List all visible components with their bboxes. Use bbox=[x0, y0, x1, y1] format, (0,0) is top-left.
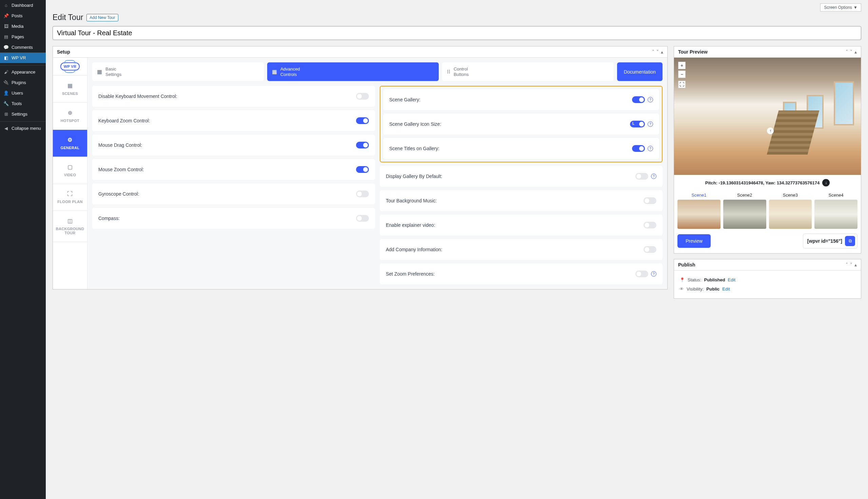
tab-icon: ▢ bbox=[55, 164, 85, 170]
panel-move-down-icon[interactable]: ˅ bbox=[657, 49, 659, 54]
panel-move-down-icon[interactable]: ˅ bbox=[850, 49, 852, 54]
tab-icon: ▦ bbox=[97, 69, 102, 75]
vtab-video[interactable]: ▢VIDEO bbox=[53, 157, 87, 184]
menu-icon: 🖌 bbox=[3, 70, 9, 75]
panel-move-down-icon[interactable]: ˅ bbox=[850, 262, 852, 267]
toggle-switch[interactable] bbox=[356, 142, 369, 148]
tour-title-input[interactable] bbox=[52, 26, 861, 40]
sidebar-item-dashboard[interactable]: ⌂Dashboard bbox=[0, 0, 46, 11]
toggle-switch[interactable] bbox=[644, 246, 657, 253]
control-row: Tour Background Music: bbox=[380, 190, 662, 211]
tab-icon: ▦ bbox=[55, 82, 85, 89]
menu-icon: ◀ bbox=[3, 126, 9, 131]
vtab-floor-plan[interactable]: ⛶FLOOR PLAN bbox=[53, 184, 87, 211]
add-new-tour-button[interactable]: Add New Tour bbox=[86, 14, 118, 21]
toggle-switch[interactable] bbox=[644, 222, 657, 229]
panel-move-up-icon[interactable]: ˄ bbox=[652, 49, 655, 54]
size-toggle[interactable]: L bbox=[630, 121, 645, 127]
info-icon[interactable]: ? bbox=[648, 146, 653, 151]
control-label: Scene Titles on Gallery: bbox=[389, 146, 632, 151]
sidebar-item-comments[interactable]: 💬Comments bbox=[0, 42, 46, 52]
thumb-label: Scene3 bbox=[769, 191, 812, 200]
toggle-switch[interactable] bbox=[632, 96, 645, 103]
control-label: Keyboard Zoom Control: bbox=[98, 118, 356, 123]
htab-basic-settings[interactable]: ▦BasicSettings bbox=[92, 62, 264, 81]
screen-options-button[interactable]: Screen Options ▼ bbox=[820, 3, 861, 12]
chevron-down-icon: ▼ bbox=[853, 5, 857, 10]
sidebar-item-plugins[interactable]: 🔌Plugins bbox=[0, 77, 46, 88]
edit-visibility-link[interactable]: Edit bbox=[722, 287, 730, 292]
menu-icon: ⌂ bbox=[3, 3, 9, 8]
toggle-switch[interactable] bbox=[356, 215, 369, 222]
download-coords-button[interactable]: ↓ bbox=[822, 179, 830, 186]
control-label: Add Company Information: bbox=[386, 247, 644, 252]
menu-icon: ⊞ bbox=[3, 111, 9, 117]
thumb-image bbox=[723, 200, 766, 229]
menu-icon: 🔌 bbox=[3, 80, 9, 85]
htab-control-buttons[interactable]: ⁞⁞ControlButtons bbox=[442, 62, 614, 81]
toggle-switch[interactable] bbox=[356, 93, 369, 100]
control-row: Compass: bbox=[92, 208, 375, 229]
sidebar-item-posts[interactable]: 📌Posts bbox=[0, 11, 46, 21]
info-icon[interactable]: ? bbox=[651, 271, 657, 277]
vtab-general[interactable]: ⚙GENERAL bbox=[53, 130, 87, 157]
shortcode-text: [wpvr id="156"] bbox=[807, 238, 842, 244]
control-label: Set Zoom Preferences: bbox=[386, 271, 635, 277]
toggle-switch[interactable] bbox=[356, 191, 369, 197]
sidebar-item-users[interactable]: 👤Users bbox=[0, 88, 46, 98]
toggle-switch[interactable] bbox=[635, 173, 648, 180]
zoom-out-button[interactable]: − bbox=[678, 71, 686, 78]
preview-button[interactable]: Preview bbox=[677, 234, 711, 248]
scene-thumb-4[interactable]: Scene4 bbox=[815, 191, 857, 229]
panel-move-up-icon[interactable]: ˄ bbox=[846, 262, 848, 267]
control-row: Scene Gallery:? bbox=[383, 89, 659, 110]
info-icon[interactable]: ? bbox=[648, 121, 653, 127]
zoom-in-button[interactable]: + bbox=[678, 62, 686, 69]
toggle-switch[interactable] bbox=[635, 270, 648, 277]
panel-toggle-icon[interactable]: ▴ bbox=[661, 49, 663, 54]
status-value: Published bbox=[704, 277, 725, 282]
control-label: Mouse Drag Control: bbox=[98, 142, 356, 148]
thumb-label: Scene1 bbox=[677, 191, 721, 200]
documentation-button[interactable]: Documentation bbox=[617, 62, 662, 81]
vtab-hotspot[interactable]: ⊕HOTSPOT bbox=[53, 103, 87, 130]
sidebar-item-tools[interactable]: 🔧Tools bbox=[0, 98, 46, 109]
sidebar-item-collapse-menu[interactable]: ◀Collapse menu bbox=[0, 121, 46, 134]
panel-toggle-icon[interactable]: ▴ bbox=[854, 262, 857, 267]
panel-move-up-icon[interactable]: ˄ bbox=[846, 49, 848, 54]
control-row: Display Gallery By Default:? bbox=[380, 166, 662, 187]
panel-toggle-icon[interactable]: ▴ bbox=[854, 49, 857, 54]
control-row: Add Company Information: bbox=[380, 239, 662, 260]
control-row: Gyroscope Control: bbox=[92, 183, 375, 204]
fullscreen-button[interactable]: ⛶ bbox=[678, 81, 686, 88]
sidebar-item-wp-vr[interactable]: ◧WP VR bbox=[0, 52, 46, 63]
toggle-switch[interactable] bbox=[356, 166, 369, 173]
info-icon[interactable]: ? bbox=[651, 173, 657, 179]
eye-icon: 👁 bbox=[680, 287, 684, 292]
control-label: Display Gallery By Default: bbox=[386, 173, 635, 179]
toggle-switch[interactable] bbox=[632, 145, 645, 152]
copy-shortcode-button[interactable]: ⧉ bbox=[845, 236, 855, 246]
scene-thumb-2[interactable]: Scene2 bbox=[723, 191, 766, 229]
sidebar-item-pages[interactable]: ▤Pages bbox=[0, 32, 46, 42]
sidebar-item-settings[interactable]: ⊞Settings bbox=[0, 109, 46, 119]
scene-thumb-3[interactable]: Scene3 bbox=[769, 191, 812, 229]
hotspot-arrow-icon[interactable]: ↑ bbox=[767, 127, 774, 134]
vtab-scenes[interactable]: ▦SCENES bbox=[53, 76, 87, 103]
sidebar-item-appearance[interactable]: 🖌Appearance bbox=[0, 65, 46, 77]
control-label: Scene Gallery: bbox=[389, 97, 632, 102]
scene-thumb-1[interactable]: Scene1 bbox=[677, 191, 721, 229]
control-label: Disable Keyboard Movement Control: bbox=[98, 94, 356, 99]
info-icon[interactable]: ? bbox=[648, 97, 653, 102]
wpvr-logo: WP VR bbox=[53, 58, 87, 76]
htab-advanced-controls[interactable]: ▦AdvancedControls bbox=[267, 62, 439, 81]
thumb-label: Scene2 bbox=[723, 191, 766, 200]
vtab-background-tour[interactable]: ◫BACKGROUND TOUR bbox=[53, 211, 87, 242]
toggle-switch[interactable] bbox=[356, 117, 369, 124]
page-title: Edit Tour bbox=[52, 13, 83, 22]
toggle-switch[interactable] bbox=[644, 197, 657, 204]
sidebar-item-media[interactable]: 🖼Media bbox=[0, 21, 46, 32]
panorama-viewer[interactable]: + − ⛶ ↑ bbox=[674, 58, 861, 175]
tab-icon: ⚙ bbox=[55, 137, 85, 143]
edit-status-link[interactable]: Edit bbox=[728, 277, 735, 282]
